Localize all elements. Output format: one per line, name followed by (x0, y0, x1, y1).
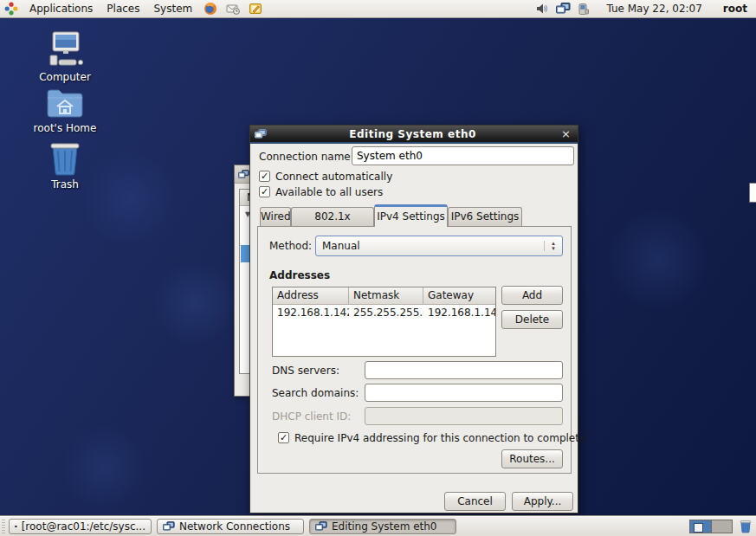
panel-user: root (714, 3, 756, 15)
desktop-icon-label: Computer (23, 71, 107, 83)
taskbar-item-label: Editing System eth0 (332, 520, 437, 533)
dialog-title: Editing System eth0 (267, 128, 559, 140)
menu-applications[interactable]: Applications (23, 0, 100, 17)
taskbar-drag-handle[interactable] (2, 520, 5, 533)
bottom-taskbar: [root@rac01:/etc/sysc... Network Connect… (0, 516, 756, 536)
connect-automatically-checkbox[interactable]: ✓ (259, 171, 270, 182)
network-icon (163, 521, 175, 532)
method-dropdown[interactable]: Manual ▴▾ (315, 236, 563, 256)
desktop-icon-label: root's Home (23, 122, 107, 134)
netmask-cell[interactable]: 255.255.255.0 (349, 305, 423, 320)
terminal-icon (15, 521, 17, 532)
network-icon (315, 521, 327, 532)
home-folder-icon (44, 86, 86, 120)
power-icon[interactable] (578, 3, 591, 16)
addresses-table[interactable]: Address Netmask Gateway 192.168.1.142 25… (272, 287, 496, 357)
firefox-icon[interactable] (204, 2, 217, 16)
method-label: Method: (269, 240, 312, 252)
column-header-netmask[interactable]: Netmask (349, 287, 423, 304)
search-domains-label: Search domains: (272, 387, 359, 399)
routes-button[interactable]: Routes... (501, 449, 563, 468)
addresses-heading: Addresses (269, 269, 330, 281)
dns-servers-input[interactable] (365, 361, 563, 379)
text-editor-icon[interactable] (249, 2, 262, 16)
cancel-button[interactable]: Cancel (444, 492, 506, 511)
taskbar-item-label: Network Connections (179, 520, 290, 533)
addresses-table-header[interactable]: Address Netmask Gateway (273, 287, 495, 305)
close-icon[interactable]: × (559, 128, 573, 139)
require-ipv4-label: Require IPv4 addressing for this connect… (294, 432, 585, 444)
address-row[interactable]: 192.168.1.142 255.255.255.0 192.168.1.14… (273, 305, 495, 320)
apply-button[interactable]: Apply... (512, 492, 573, 511)
workspace-1[interactable] (690, 520, 711, 533)
panel-clock[interactable]: Tue May 22, 02:07 (594, 3, 714, 15)
trash-applet-icon[interactable] (739, 520, 753, 533)
gateway-cell[interactable]: 192.168.1.142 (423, 305, 495, 320)
menu-system[interactable]: System (146, 0, 199, 17)
desktop: Applications Places System (0, 0, 756, 536)
require-ipv4-checkbox[interactable]: ✓ (278, 432, 289, 443)
menu-places[interactable]: Places (100, 0, 146, 17)
network-status-icon[interactable] (556, 3, 571, 15)
taskbar-item-terminal[interactable]: [root@rac01:/etc/sysc... (9, 519, 152, 534)
desktop-icon-home[interactable]: root's Home (23, 86, 107, 134)
desktop-icon-trash[interactable]: Trash (23, 140, 107, 191)
dropdown-spinner-icon: ▴▾ (544, 241, 562, 251)
workspace-2[interactable] (711, 520, 733, 533)
available-to-all-users-checkbox[interactable]: ✓ (259, 186, 270, 197)
tab-wired[interactable]: Wired (260, 207, 291, 227)
dhcp-client-id-input (365, 407, 563, 425)
taskbar-item-network-connections[interactable]: Network Connections (157, 519, 304, 534)
connect-automatically-label: Connect automatically (275, 171, 392, 183)
available-to-all-users-label: Available to all users (275, 186, 383, 198)
computer-icon (45, 31, 85, 69)
mail-icon[interactable] (226, 2, 240, 16)
network-icon (238, 170, 249, 179)
volume-icon[interactable] (536, 3, 549, 15)
method-value: Manual (316, 240, 544, 252)
dhcp-client-id-label: DHCP client ID: (272, 410, 351, 423)
address-cell[interactable]: 192.168.1.142 (273, 305, 349, 320)
dialog-titlebar[interactable]: Editing System eth0 × (250, 126, 578, 144)
top-panel: Applications Places System (0, 0, 756, 18)
column-header-gateway[interactable]: Gateway (423, 287, 495, 304)
delete-button[interactable]: Delete (501, 310, 563, 329)
connection-name-input[interactable] (352, 146, 574, 165)
column-header-address[interactable]: Address (273, 287, 349, 304)
add-button[interactable]: Add (501, 286, 563, 305)
desktop-icon-computer[interactable]: Computer (23, 31, 107, 83)
workspace-window-thumb (694, 523, 703, 533)
taskbar-item-label: [root@rac01:/etc/sysc... (22, 520, 145, 533)
taskbar-item-editing-system-eth0[interactable]: Editing System eth0 (309, 519, 456, 534)
search-domains-input[interactable] (365, 384, 563, 402)
distro-logo-icon[interactable] (4, 2, 18, 16)
desktop-icon-label: Trash (23, 178, 107, 191)
tab-8021x-security[interactable]: 802.1x Security (291, 207, 374, 227)
mouse-cursor (749, 183, 756, 203)
tab-ipv4-settings[interactable]: IPv4 Settings (374, 204, 448, 227)
tab-ipv6-settings[interactable]: IPv6 Settings (448, 207, 522, 227)
editing-system-eth0-dialog: Editing System eth0 × Connection name: ✓… (249, 125, 578, 513)
trash-icon (46, 140, 84, 177)
dns-servers-label: DNS servers: (272, 365, 339, 377)
workspace-switcher[interactable] (689, 520, 733, 533)
network-icon (255, 129, 267, 139)
connection-name-label: Connection name: (259, 151, 354, 163)
